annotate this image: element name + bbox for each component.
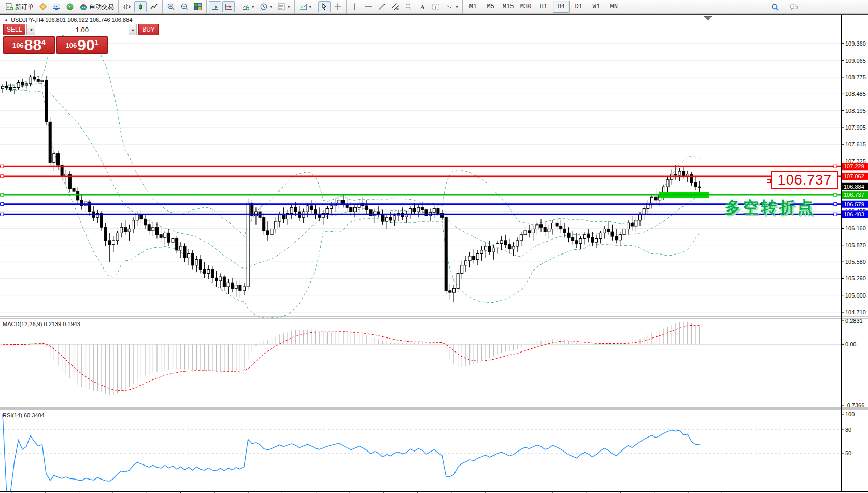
collapse-quotes-icon[interactable]: ▲ xyxy=(4,18,8,22)
timeframe-button-D1[interactable]: D1 xyxy=(571,1,587,13)
volume-decrease-button[interactable]: ▼ xyxy=(27,24,35,35)
hline-handle[interactable] xyxy=(1,193,4,196)
arrows-button[interactable]: ▾ xyxy=(443,1,460,12)
crosshair-button[interactable] xyxy=(332,1,344,12)
candle xyxy=(326,206,329,219)
dropdown-caret-icon[interactable]: ▾ xyxy=(456,4,458,9)
candle xyxy=(619,232,621,246)
candle xyxy=(512,242,515,256)
autotrading-button-label: 自动交易 xyxy=(89,3,114,11)
sell-price-tile[interactable]: 106884 xyxy=(3,36,55,54)
hline-handle[interactable] xyxy=(834,213,837,216)
vertical-line-button[interactable] xyxy=(349,1,361,12)
price-tick-label: 105.000 xyxy=(845,292,866,299)
hline-handle[interactable] xyxy=(1,175,4,178)
hline-handle[interactable] xyxy=(834,193,837,196)
hline-handle[interactable] xyxy=(1,203,4,206)
periods-button[interactable]: ▾ xyxy=(258,1,275,12)
hline-handle[interactable] xyxy=(834,165,837,168)
timeframe-button-M5[interactable]: M5 xyxy=(482,1,499,13)
buy-price-tile[interactable]: 106901 xyxy=(56,36,108,54)
candle xyxy=(247,198,249,289)
timeframe-button-M15[interactable]: M15 xyxy=(500,1,517,13)
search-button[interactable] xyxy=(769,2,781,13)
objects-list-button[interactable]: ▾ xyxy=(297,1,314,12)
rsi-tick-label: 100 xyxy=(845,411,855,417)
templates-button[interactable]: ▾ xyxy=(275,1,292,12)
hline-handle[interactable] xyxy=(1,165,4,168)
line-chart-button[interactable] xyxy=(148,1,160,12)
timeframe-button-M30[interactable]: M30 xyxy=(518,1,534,13)
text-button[interactable]: A xyxy=(416,1,429,12)
timeframe-button-H4[interactable]: H4 xyxy=(553,1,570,13)
equidistant-channel-button[interactable]: E xyxy=(389,1,402,12)
chart-shift-icon xyxy=(224,3,233,11)
timeframe-button-MN[interactable]: MN xyxy=(606,1,622,13)
new-order-button[interactable]: 新订单 xyxy=(3,1,36,12)
candle xyxy=(164,231,166,245)
candle xyxy=(587,229,590,243)
candle xyxy=(112,236,115,252)
candle xyxy=(223,275,225,291)
timeframe-button-W1[interactable]: W1 xyxy=(588,1,605,13)
candle xyxy=(595,235,598,248)
fibonacci-button[interactable]: F xyxy=(403,1,415,12)
caret-down-icon: ▼ xyxy=(29,27,33,32)
candle xyxy=(457,270,459,293)
price-gridlines xyxy=(0,44,841,312)
candle xyxy=(191,250,194,270)
toolbar-group xyxy=(316,0,346,14)
candle xyxy=(302,209,305,223)
timeframe-button-M1[interactable]: M1 xyxy=(465,1,481,13)
market-watch-button[interactable] xyxy=(50,1,63,12)
buy-button[interactable]: BUY xyxy=(138,24,159,35)
candle xyxy=(80,194,83,210)
hline-handle[interactable] xyxy=(1,213,4,216)
dropdown-caret-icon[interactable]: ▾ xyxy=(288,4,290,9)
candle xyxy=(334,198,336,212)
zoom-out-button[interactable] xyxy=(178,1,191,12)
indicators-button[interactable]: ▾ xyxy=(239,1,257,12)
layout-icon xyxy=(39,3,47,11)
candle xyxy=(89,200,91,216)
profiles-button[interactable] xyxy=(37,1,49,12)
candle xyxy=(611,225,614,241)
navigator-button[interactable] xyxy=(64,1,76,12)
candle xyxy=(172,235,174,249)
svg-text:F: F xyxy=(410,7,412,11)
candle xyxy=(254,207,257,224)
candle xyxy=(500,236,503,250)
chat-button[interactable] xyxy=(788,2,800,13)
timeframe-button-H1[interactable]: H1 xyxy=(535,1,552,13)
dropdown-caret-icon[interactable]: ▾ xyxy=(270,4,273,9)
chart-shift-button[interactable] xyxy=(222,1,235,12)
zoom-in-button[interactable] xyxy=(165,1,177,12)
volume-increase-button[interactable]: ▲ xyxy=(129,24,137,35)
cursor-button[interactable] xyxy=(318,1,331,12)
auto-scroll-button[interactable] xyxy=(209,1,221,12)
text-label-button[interactable]: T xyxy=(430,1,442,12)
toolbar-group xyxy=(118,0,162,14)
dropdown-caret-icon[interactable]: ▾ xyxy=(309,4,312,9)
turning-point-annotation[interactable]: 多空转折点 xyxy=(724,196,828,218)
trendline-button[interactable] xyxy=(376,1,388,12)
price-tick-label: 108.485 xyxy=(845,91,866,97)
horizontal-line-button[interactable] xyxy=(362,1,375,12)
candle xyxy=(179,242,182,258)
dropdown-caret-icon[interactable]: ▾ xyxy=(252,4,254,9)
chart-shift-marker[interactable] xyxy=(704,16,712,20)
candlestick-chart-button[interactable] xyxy=(134,1,147,12)
hline-handle[interactable] xyxy=(834,203,837,206)
candle xyxy=(417,204,420,218)
candle xyxy=(393,213,396,226)
candle xyxy=(251,200,253,220)
bar-chart-button[interactable] xyxy=(121,1,133,12)
tile-windows-button[interactable] xyxy=(192,1,204,12)
autotrading-button[interactable]: 自动交易 xyxy=(77,1,116,12)
macd-tick-label: 0.2831 xyxy=(845,318,863,324)
price-badge-106.579-text: 106.579 xyxy=(844,201,864,207)
sell-button[interactable]: SELL xyxy=(3,24,25,35)
volume-input[interactable] xyxy=(35,24,129,35)
candle xyxy=(698,181,701,192)
price-callout-label[interactable]: 106.737 xyxy=(771,171,838,189)
